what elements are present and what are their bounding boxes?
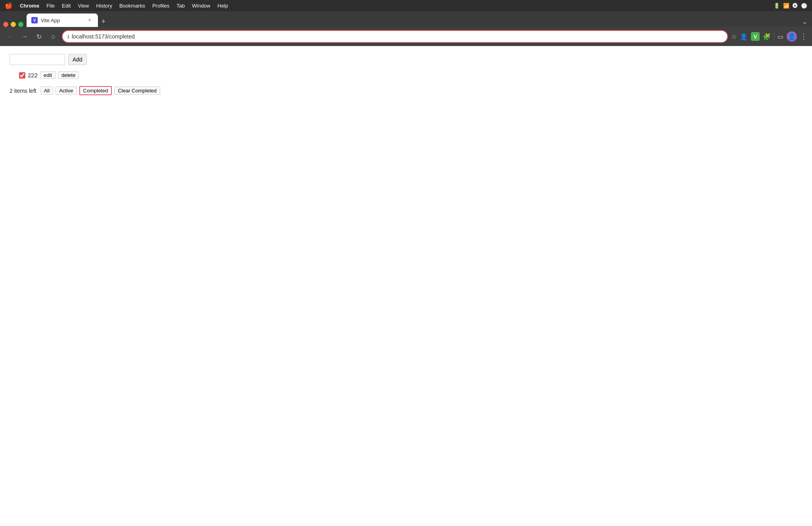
tab-expand-button[interactable]: ⌄ xyxy=(801,16,809,27)
edit-button[interactable]: edit xyxy=(40,71,56,79)
addressbar: ← → ↻ ⌂ ℹ localhost:5173/completed ☆ 👤 V… xyxy=(0,27,812,46)
todo-input[interactable] xyxy=(10,54,65,65)
apple-menu[interactable]: 🍎 xyxy=(5,2,13,10)
todo-input-row: Add xyxy=(10,54,802,65)
filter-all-button[interactable]: All xyxy=(40,86,53,95)
delete-button[interactable]: delete xyxy=(58,71,79,79)
list-item: 222 edit delete xyxy=(19,71,802,79)
close-window-button[interactable] xyxy=(3,22,8,27)
tab-title: Vite App xyxy=(41,17,60,23)
wifi-icon: 📶 xyxy=(783,3,789,9)
window-menu[interactable]: Window xyxy=(192,3,210,9)
menubar: 🍎 Chrome File Edit View History Bookmark… xyxy=(0,0,812,11)
home-button[interactable]: ⌂ xyxy=(48,31,59,42)
view-menu[interactable]: View xyxy=(78,3,89,9)
battery-icon: 🔋 xyxy=(774,3,780,9)
edit-menu[interactable]: Edit xyxy=(62,3,71,9)
maximize-window-button[interactable] xyxy=(18,22,23,27)
new-tab-button[interactable]: + xyxy=(98,16,109,27)
profile-icon[interactable]: 👤 xyxy=(740,33,748,40)
sidebar-icon[interactable]: ▭ xyxy=(778,33,783,40)
items-left-count: 2 items left xyxy=(10,88,36,94)
input-icon: 🅐 xyxy=(793,3,798,9)
todo-list: 222 edit delete xyxy=(10,71,802,79)
avatar[interactable]: 👤 xyxy=(787,31,797,42)
todo-text: 222 xyxy=(28,72,38,79)
address-info-icon: ℹ xyxy=(67,34,69,40)
addressbar-actions: ☆ 👤 V 🧩 ▭ 👤 ⋮ xyxy=(731,31,807,42)
history-menu[interactable]: History xyxy=(96,3,112,9)
bookmarks-menu[interactable]: Bookmarks xyxy=(119,3,145,9)
profiles-menu[interactable]: Profiles xyxy=(152,3,169,9)
page-content: Add 222 edit delete 2 items left All Act… xyxy=(0,46,812,526)
traffic-lights xyxy=(3,22,23,27)
clear-completed-button[interactable]: Clear Completed xyxy=(114,86,160,95)
tab-menu[interactable]: Tab xyxy=(176,3,185,9)
todo-checkbox[interactable] xyxy=(19,72,25,79)
back-button[interactable]: ← xyxy=(5,31,16,42)
bookmark-icon[interactable]: ☆ xyxy=(731,33,737,40)
forward-button[interactable]: → xyxy=(19,31,30,42)
address-bar[interactable]: ℹ localhost:5173/completed xyxy=(62,30,728,43)
todo-footer: 2 items left All Active Completed Clear … xyxy=(10,86,802,95)
tab-favicon: V xyxy=(31,17,38,23)
refresh-button[interactable]: ↻ xyxy=(33,31,44,42)
clock-icon: 🕐 xyxy=(801,3,807,9)
more-options-icon[interactable]: ⋮ xyxy=(800,32,807,41)
filter-completed-button[interactable]: Completed xyxy=(79,86,112,95)
filter-active-button[interactable]: Active xyxy=(56,86,77,95)
active-tab[interactable]: V Vite App × xyxy=(27,13,98,27)
tab-close-button[interactable]: × xyxy=(86,17,93,24)
tabbar: V Vite App × + ⌄ xyxy=(0,11,812,27)
chrome-menu[interactable]: Chrome xyxy=(20,3,39,9)
extension-v-button[interactable]: V xyxy=(751,32,760,41)
menubar-right: 🔋 📶 🅐 🕐 xyxy=(774,3,807,9)
addressbar-divider xyxy=(774,33,774,40)
help-menu[interactable]: Help xyxy=(218,3,228,9)
minimize-window-button[interactable] xyxy=(11,22,16,27)
address-text[interactable]: localhost:5173/completed xyxy=(72,33,722,40)
extensions-icon[interactable]: 🧩 xyxy=(763,33,771,40)
file-menu[interactable]: File xyxy=(46,3,55,9)
add-button[interactable]: Add xyxy=(68,54,87,65)
